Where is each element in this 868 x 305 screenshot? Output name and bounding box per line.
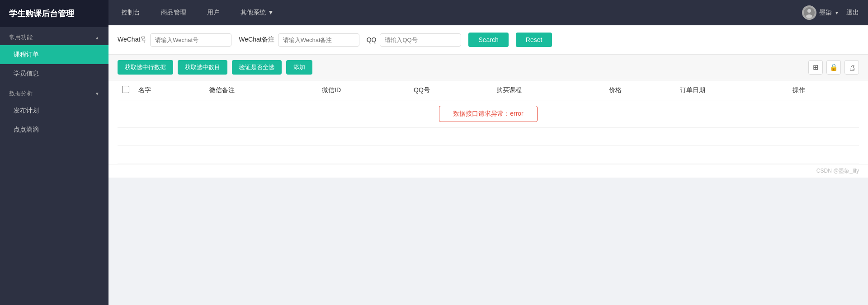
nav-dashboard[interactable]: 控制台 [118,7,144,19]
sidebar-logo: 学生购课后台管理 [0,0,108,27]
topbar: 控制台 商品管理 用户 其他系统 ▼ 墨染 ▼ 退出 [108,0,868,25]
col-name: 名字 [134,80,205,100]
col-course: 购买课程 [492,80,604,100]
filter-wechat: WeChat号 [118,33,231,47]
nav-other[interactable]: 其他系统 ▼ [237,7,278,19]
user-dropdown-icon: ▼ [835,10,839,15]
avatar [802,5,816,20]
filter-bar: WeChat号 WeChat备注 QQ Search Reset [108,25,868,55]
wechat-note-label: WeChat备注 [239,36,274,44]
grid-icon: ⊞ [813,63,819,71]
lock-icon: 🔒 [830,63,838,71]
wechat-label: WeChat号 [118,36,146,44]
wechat-input[interactable] [150,33,231,47]
error-cell: 数据接口请求异常：error [118,100,859,128]
col-price: 价格 [604,80,675,100]
sidebar-item-student-info[interactable]: 学员信息 [0,64,108,83]
qq-input[interactable] [380,33,461,47]
wechat-note-input[interactable] [278,33,359,47]
table-row: 数据接口请求异常：error [118,100,859,128]
sidebar-item-course-order[interactable]: 课程订单 [0,45,108,64]
table-wrapper: 名字 微信备注 微信ID QQ号 购买课程 价格 订单日期 操作 [108,80,868,164]
reset-button[interactable]: Reset [516,33,552,47]
toolbar: 获取选中行数据 获取选中数目 验证是否全选 添加 ⊞ 🔒 🖨 [108,55,868,80]
footer: CSDN @墨染_lily [108,164,868,178]
error-message: 数据接口请求异常：error [439,106,538,122]
col-wechat-note: 微信备注 [205,80,317,100]
col-operation: 操作 [788,80,859,100]
grid-view-button[interactable]: ⊞ [808,60,823,75]
nav-product[interactable]: 商品管理 [157,7,190,19]
logout-button[interactable]: 退出 [846,9,859,17]
search-button[interactable]: Search [468,33,508,47]
content-area: WeChat号 WeChat备注 QQ Search Reset 获取选中行数据… [108,25,868,305]
sidebar-item-notes[interactable]: 点点滴滴 [0,120,108,139]
topbar-right: 墨染 ▼ 退出 [802,5,859,20]
sidebar: 学生购课后台管理 常用功能 ▲ 课程订单 学员信息 数据分析 ▼ 发布计划 点点… [0,0,108,305]
verify-select-all-button[interactable]: 验证是否全选 [232,60,282,75]
orders-table: 名字 微信备注 微信ID QQ号 购买课程 价格 订单日期 操作 [118,80,859,164]
lock-button[interactable]: 🔒 [826,60,841,75]
table-empty-row-1 [118,128,859,146]
select-all-col [118,80,134,100]
col-order-date: 订单日期 [675,80,788,100]
print-icon: 🖨 [849,64,855,71]
get-selected-count-button[interactable]: 获取选中数目 [178,60,227,75]
sidebar-section-label: 常用功能 [9,33,33,42]
user-menu[interactable]: 墨染 ▼ [802,5,839,20]
svg-point-2 [806,14,812,18]
sidebar-item-data-analysis[interactable]: 数据分析 ▼ [0,83,108,101]
chevron-down-icon: ▼ [95,91,99,96]
svg-point-1 [807,9,811,13]
select-all-checkbox[interactable] [122,86,129,93]
filter-wechat-note: WeChat备注 [239,33,359,47]
qq-label: QQ [367,36,377,43]
add-button[interactable]: 添加 [286,60,312,75]
col-wechat-id: 微信ID [317,80,409,100]
main-area: 控制台 商品管理 用户 其他系统 ▼ 墨染 ▼ 退出 [108,0,868,305]
sidebar-section-common[interactable]: 常用功能 ▲ [0,27,108,45]
sidebar-item-publish-plan[interactable]: 发布计划 [0,101,108,120]
get-selected-rows-button[interactable]: 获取选中行数据 [118,60,173,75]
avatar-icon [803,6,816,19]
watermark: CSDN @墨染_lily [816,168,859,174]
print-button[interactable]: 🖨 [844,60,859,75]
table-empty-row-2 [118,146,859,164]
username: 墨染 [819,9,832,17]
table-header-row: 名字 微信备注 微信ID QQ号 购买课程 价格 订单日期 操作 [118,80,859,100]
nav-user[interactable]: 用户 [203,7,223,19]
filter-qq: QQ [367,33,462,47]
toolbar-right-icons: ⊞ 🔒 🖨 [808,60,859,75]
col-qq: QQ号 [409,80,492,100]
chevron-up-icon: ▲ [95,35,99,40]
